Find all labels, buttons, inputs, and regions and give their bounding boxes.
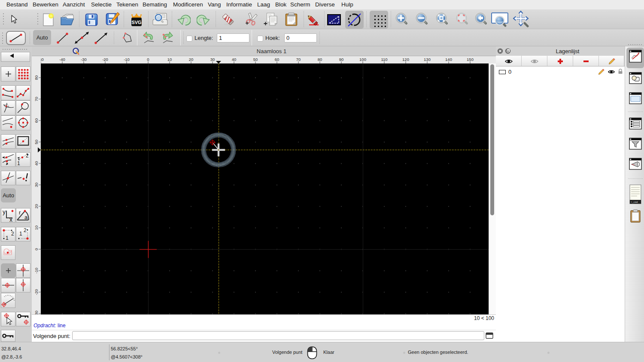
svg-text:30: 30 [34, 183, 39, 187]
svg-text:140: 140 [445, 57, 452, 62]
svg-text:1: 1 [19, 231, 22, 237]
svg-text:>_cmd: >_cmd [631, 201, 638, 204]
svg-text:40: 40 [34, 161, 39, 166]
svg-text:70: 70 [296, 57, 301, 62]
svg-text:30: 30 [210, 57, 215, 62]
svg-text:40: 40 [232, 57, 237, 62]
svg-text:x: x [9, 216, 12, 223]
svg-text:-30: -30 [34, 311, 39, 314]
svg-text:-50: -50 [41, 57, 44, 62]
svg-text:-30: -30 [81, 57, 87, 62]
svg-text:60: 60 [275, 57, 279, 62]
svg-text:y: y [3, 208, 6, 215]
svg-text:80: 80 [318, 57, 322, 62]
svg-text:150: 150 [467, 57, 474, 62]
svg-text:10: 10 [34, 226, 39, 230]
svg-text:50: 50 [34, 140, 39, 145]
svg-text:70: 70 [34, 97, 39, 102]
svg-text:120: 120 [402, 57, 409, 62]
svg-text:20: 20 [189, 57, 194, 62]
svg-text:2: 2 [24, 227, 27, 233]
svg-text:-10: -10 [34, 268, 39, 274]
svg-text:0: 0 [34, 248, 39, 250]
svg-text:-10: -10 [124, 57, 130, 62]
svg-text:130: 130 [424, 57, 431, 62]
svg-text:90: 90 [339, 57, 344, 62]
svg-text:80: 80 [34, 75, 39, 80]
svg-text:SVG: SVG [131, 20, 141, 25]
svg-text:-20: -20 [102, 57, 108, 62]
svg-text:-20: -20 [34, 289, 39, 295]
svg-text:1: 1 [17, 160, 20, 166]
svg-text:0: 0 [147, 57, 149, 62]
svg-text:1: 1 [6, 235, 9, 241]
svg-text:-40: -40 [59, 57, 65, 62]
svg-text:10: 10 [167, 57, 172, 62]
svg-text:60: 60 [34, 118, 39, 123]
svg-text:2: 2 [26, 153, 29, 159]
svg-text:r: r [19, 209, 21, 216]
svg-text:50: 50 [253, 57, 258, 62]
svg-text:a: a [24, 214, 28, 220]
svg-text:20: 20 [34, 204, 39, 209]
svg-text:100: 100 [359, 57, 366, 62]
svg-text:2: 2 [11, 231, 14, 237]
svg-text:110: 110 [381, 57, 387, 62]
